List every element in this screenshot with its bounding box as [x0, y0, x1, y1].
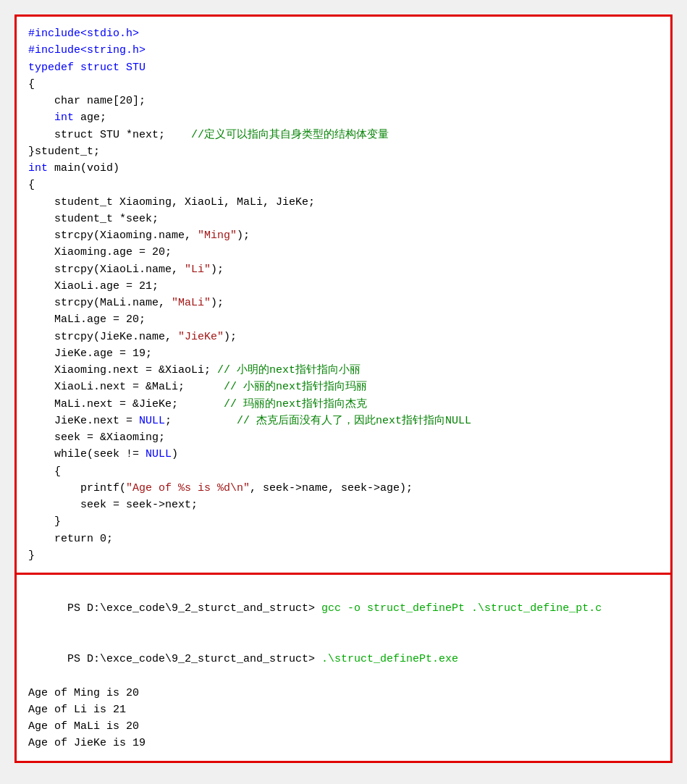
code-line-21: Xiaoming.next = &XiaoLi; // 小明的next指针指向小…: [28, 362, 659, 379]
code-section: #include<stdio.h> #include<string.h> typ…: [17, 17, 670, 575]
code-line-25: seek = &Xiaoming;: [28, 429, 659, 446]
code-line-16: XiaoLi.age = 21;: [28, 278, 659, 295]
code-line-20: JieKe.age = 19;: [28, 345, 659, 362]
terminal-line-6: Age of JieKe is 19: [28, 735, 659, 751]
code-line-29: seek = seek->next;: [28, 497, 659, 513]
code-line-22: XiaoLi.next = &MaLi; // 小丽的next指针指向玛丽: [28, 379, 659, 395]
code-line-7: struct STU *next; //定义可以指向其自身类型的结构体变量: [28, 127, 659, 143]
code-line-11: student_t Xiaoming, XiaoLi, MaLi, JieKe;: [28, 194, 659, 211]
code-line-9: int main(void): [28, 160, 659, 177]
code-line-31: return 0;: [28, 531, 659, 547]
code-line-17: strcpy(MaLi.name, "MaLi");: [28, 295, 659, 311]
code-line-4: {: [28, 76, 659, 93]
code-line-27: {: [28, 463, 659, 480]
code-line-2: #include<string.h>: [28, 42, 659, 59]
code-line-24: JieKe.next = NULL; // 杰克后面没有人了，因此next指针指…: [28, 413, 659, 429]
code-line-5: char name[20];: [28, 93, 659, 109]
code-line-19: strcpy(JieKe.name, "JieKe");: [28, 329, 659, 345]
code-line-14: Xiaoming.age = 20;: [28, 244, 659, 261]
code-line-6: int age;: [28, 109, 659, 126]
code-line-13: strcpy(Xiaoming.name, "Ming");: [28, 227, 659, 244]
code-line-3: typedef struct STU: [28, 59, 659, 76]
terminal-section: PS D:\exce_code\9_2_sturct_and_struct> g…: [17, 575, 670, 761]
code-line-1: #include<stdio.h>: [28, 25, 659, 42]
code-line-23: MaLi.next = &JieKe; // 玛丽的next指针指向杰克: [28, 396, 659, 413]
code-line-12: student_t *seek;: [28, 211, 659, 227]
terminal-line-4: Age of Li is 21: [28, 701, 659, 718]
terminal-line-2: PS D:\exce_code\9_2_sturct_and_struct> .…: [28, 634, 659, 685]
code-line-30: }: [28, 513, 659, 530]
code-line-10: {: [28, 177, 659, 193]
terminal-line-5: Age of MaLi is 20: [28, 718, 659, 735]
code-line-8: }student_t;: [28, 143, 659, 160]
main-container: #include<stdio.h> #include<string.h> typ…: [14, 14, 673, 763]
code-line-28: printf("Age of %s is %d\n", seek->name, …: [28, 480, 659, 497]
code-line-32: }: [28, 547, 659, 564]
code-line-18: MaLi.age = 20;: [28, 311, 659, 328]
terminal-line-1: PS D:\exce_code\9_2_sturct_and_struct> g…: [28, 583, 659, 634]
terminal-line-3: Age of Ming is 20: [28, 685, 659, 701]
code-line-26: while(seek != NULL): [28, 446, 659, 463]
code-line-15: strcpy(XiaoLi.name, "Li");: [28, 261, 659, 278]
